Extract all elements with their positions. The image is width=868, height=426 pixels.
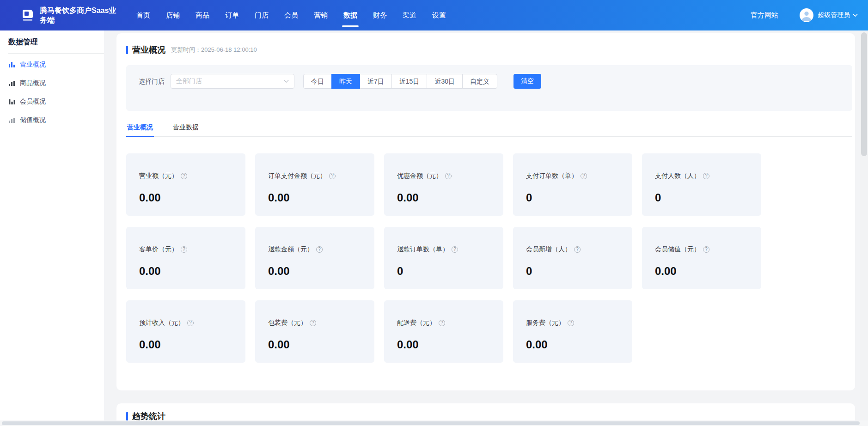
nav-item-渠道[interactable]: 渠道: [395, 0, 424, 30]
vertical-scrollbar-thumb[interactable]: [861, 32, 867, 156]
date-range-近30日[interactable]: 近30日: [427, 74, 463, 89]
horizontal-scrollbar: [0, 420, 868, 426]
stat-value: 0.00: [397, 191, 503, 204]
nav-right: 官方网站 超级管理员: [751, 8, 858, 22]
stat-value: 0.00: [655, 265, 761, 278]
nav-item-门店[interactable]: 门店: [247, 0, 276, 30]
stat-card: 订单支付金额（元）0.00: [255, 153, 374, 216]
stat-value: 0.00: [139, 191, 245, 204]
sidebar-item-label: 会员概况: [20, 97, 46, 106]
nav-item-财务[interactable]: 财务: [365, 0, 395, 30]
nav-item-设置[interactable]: 设置: [424, 0, 454, 30]
question-circle-icon[interactable]: [445, 173, 452, 179]
chevron-down-icon: [284, 79, 289, 83]
official-site-link[interactable]: 官方网站: [751, 11, 778, 20]
date-range-昨天[interactable]: 昨天: [331, 74, 360, 89]
clear-button[interactable]: 清空: [513, 74, 541, 89]
nav-item-会员[interactable]: 会员: [276, 0, 306, 30]
business-overview-panel: 营业概况 更新时间：2025-06-18 12:00:10 选择门店 全部门店 …: [116, 33, 855, 390]
nav-menu: 首页店铺商品订单门店会员营销数据财务渠道设置: [128, 0, 454, 30]
stat-label: 预计收入（元）: [139, 319, 184, 327]
trend-section-title: 趋势统计: [132, 411, 165, 420]
stat-label-row: 预计收入（元）: [139, 319, 245, 327]
stat-card: 退款金额（元）0.00: [255, 227, 374, 289]
stat-card: 预计收入（元）0.00: [126, 300, 245, 363]
stat-label-row: 订单支付金额（元）: [268, 172, 374, 180]
update-time: 更新时间：2025-06-18 12:00:10: [171, 46, 257, 54]
nav-item-数据[interactable]: 数据: [336, 0, 365, 30]
stat-label: 退款金额（元）: [268, 245, 313, 254]
question-circle-icon[interactable]: [568, 320, 574, 326]
stat-label: 服务费（元）: [526, 319, 565, 327]
date-range-今日[interactable]: 今日: [303, 74, 332, 89]
user-name: 超级管理员: [818, 11, 850, 19]
filter-bar: 选择门店 全部门店 今日昨天近7日近15日近30日自定义 清空: [126, 65, 852, 111]
stat-label: 退款订单数（单）: [397, 245, 449, 254]
tab-营业概况[interactable]: 营业概况: [126, 121, 154, 137]
stat-value: 0.00: [526, 338, 632, 351]
date-range-group: 今日昨天近7日近15日近30日自定义: [303, 74, 497, 89]
question-circle-icon[interactable]: [581, 173, 587, 179]
stat-label-row: 会员储值（元）: [655, 245, 761, 254]
stat-card: 客单价（元）0.00: [126, 227, 245, 289]
stat-label-row: 支付人数（人）: [655, 172, 761, 180]
stat-label: 营业额（元）: [139, 172, 178, 180]
section-title: 营业概况: [132, 44, 165, 55]
question-circle-icon[interactable]: [703, 173, 709, 179]
store-select-label: 选择门店: [139, 74, 165, 89]
date-range-近15日[interactable]: 近15日: [391, 74, 428, 89]
sidebar-item-label: 储值概况: [20, 116, 46, 124]
nav-item-营销[interactable]: 营销: [306, 0, 336, 30]
stat-value: 0: [526, 265, 632, 278]
nav-item-商品[interactable]: 商品: [188, 0, 217, 30]
stat-value: 0: [526, 191, 632, 204]
date-range-近7日[interactable]: 近7日: [360, 74, 392, 89]
horizontal-scrollbar-thumb[interactable]: [2, 421, 860, 425]
store-select[interactable]: 全部门店: [171, 74, 294, 89]
sidebar-item-会员概况[interactable]: 会员概况: [0, 92, 104, 111]
question-circle-icon[interactable]: [187, 320, 194, 326]
store-select-placeholder: 全部门店: [176, 77, 202, 85]
stat-card: 会员储值（元）0.00: [642, 227, 761, 289]
bar-chart-icon: [8, 79, 16, 87]
nav-item-订单[interactable]: 订单: [217, 0, 247, 30]
stat-label-row: 优惠金额（元）: [397, 172, 503, 180]
bar-chart-icon: [8, 98, 16, 105]
question-circle-icon[interactable]: [181, 173, 187, 179]
stat-value: 0: [655, 191, 761, 204]
question-circle-icon[interactable]: [439, 320, 445, 326]
question-circle-icon[interactable]: [329, 173, 336, 179]
stat-value: 0: [397, 265, 503, 278]
nav-item-首页[interactable]: 首页: [128, 0, 158, 30]
question-circle-icon[interactable]: [316, 246, 323, 253]
sidebar: 数据管理 营业概况商品概况会员概况储值概况: [0, 30, 104, 426]
stat-label: 包装费（元）: [268, 319, 307, 327]
nav-item-店铺[interactable]: 店铺: [158, 0, 188, 30]
stat-label: 会员储值（元）: [655, 245, 700, 254]
stat-label: 优惠金额（元）: [397, 172, 442, 180]
stat-label: 支付订单数（单）: [526, 172, 578, 180]
stat-card: 支付人数（人）0: [642, 153, 761, 216]
stat-label-row: 营业额（元）: [139, 172, 245, 180]
sidebar-item-储值概况[interactable]: 储值概况: [0, 111, 104, 129]
sidebar-menu: 营业概况商品概况会员概况储值概况: [0, 54, 104, 129]
question-circle-icon[interactable]: [310, 320, 316, 326]
stat-label: 客单价（元）: [139, 245, 178, 254]
trend-statistics-panel: 趋势统计: [116, 403, 855, 420]
sidebar-item-营业概况[interactable]: 营业概况: [0, 55, 104, 74]
question-circle-icon[interactable]: [452, 246, 458, 253]
sidebar-item-商品概况[interactable]: 商品概况: [0, 74, 104, 92]
bar-chart-icon: [8, 61, 16, 68]
question-circle-icon[interactable]: [703, 246, 709, 253]
section-accent-bar: [126, 412, 128, 420]
date-range-自定义[interactable]: 自定义: [462, 74, 497, 89]
stat-label: 订单支付金额（元）: [268, 172, 326, 180]
tab-营业数据[interactable]: 营业数据: [172, 121, 200, 137]
stat-value: 0.00: [268, 265, 374, 278]
question-circle-icon[interactable]: [574, 246, 581, 253]
bar-chart-icon: [8, 116, 16, 124]
question-circle-icon[interactable]: [181, 246, 187, 253]
app-logo: 腾马餐饮多商户Saas业务端: [20, 6, 123, 25]
user-menu[interactable]: 超级管理员: [800, 8, 858, 22]
stats-grid: 营业额（元）0.00订单支付金额（元）0.00优惠金额（元）0.00支付订单数（…: [126, 153, 852, 363]
